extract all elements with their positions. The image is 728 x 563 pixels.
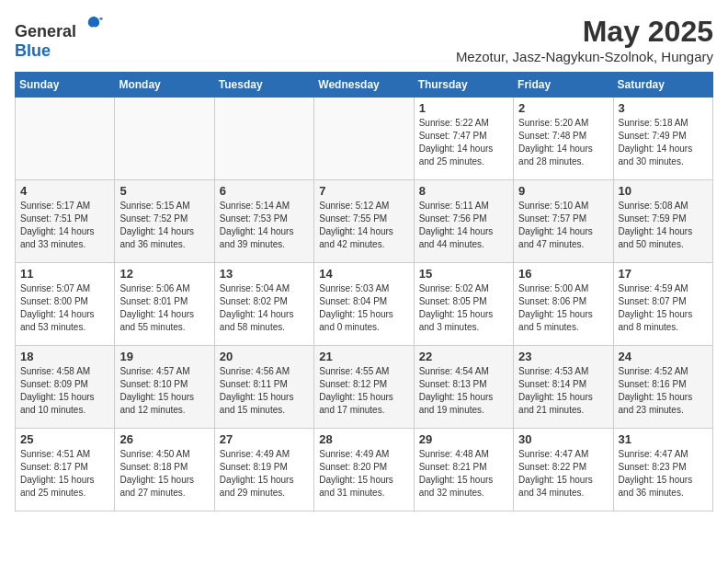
day-content: Sunrise: 5:14 AM Sunset: 7:53 PM Dayligh… (220, 200, 309, 251)
day-cell: 4Sunrise: 5:17 AM Sunset: 7:51 PM Daylig… (16, 180, 115, 263)
day-number: 2 (518, 101, 608, 115)
day-content: Sunrise: 4:50 AM Sunset: 8:18 PM Dayligh… (119, 448, 209, 500)
day-cell: 17Sunrise: 4:59 AM Sunset: 8:07 PM Dayli… (613, 263, 712, 346)
day-cell: 18Sunrise: 4:58 AM Sunset: 8:09 PM Dayli… (16, 346, 115, 429)
day-cell: 24Sunrise: 4:52 AM Sunset: 8:16 PM Dayli… (613, 346, 712, 429)
day-number: 13 (220, 267, 309, 281)
day-content: Sunrise: 5:04 AM Sunset: 8:02 PM Dayligh… (220, 282, 309, 334)
day-content: Sunrise: 5:06 AM Sunset: 8:01 PM Dayligh… (119, 282, 209, 334)
day-content: Sunrise: 5:22 AM Sunset: 7:47 PM Dayligh… (419, 117, 508, 168)
day-cell: 6Sunrise: 5:14 AM Sunset: 7:53 PM Daylig… (214, 180, 313, 263)
day-cell: 28Sunrise: 4:49 AM Sunset: 8:20 PM Dayli… (314, 429, 414, 511)
weekday-header-wednesday: Wednesday (314, 73, 414, 98)
calendar-table: SundayMondayTuesdayWednesdayThursdayFrid… (15, 72, 713, 511)
day-content: Sunrise: 4:54 AM Sunset: 8:13 PM Dayligh… (419, 365, 508, 417)
day-cell: 11Sunrise: 5:07 AM Sunset: 8:00 PM Dayli… (16, 263, 115, 346)
day-content: Sunrise: 4:48 AM Sunset: 8:21 PM Dayligh… (419, 448, 508, 500)
day-cell: 7Sunrise: 5:12 AM Sunset: 7:55 PM Daylig… (314, 180, 414, 263)
day-cell: 9Sunrise: 5:10 AM Sunset: 7:57 PM Daylig… (514, 180, 613, 263)
day-content: Sunrise: 4:58 AM Sunset: 8:09 PM Dayligh… (20, 365, 109, 417)
day-number: 7 (319, 184, 408, 198)
day-cell: 1Sunrise: 5:22 AM Sunset: 7:47 PM Daylig… (414, 98, 513, 180)
day-cell: 15Sunrise: 5:02 AM Sunset: 8:05 PM Dayli… (414, 263, 513, 346)
day-number: 27 (220, 432, 309, 446)
weekday-header-saturday: Saturday (613, 73, 712, 98)
logo-general: General (15, 22, 76, 40)
day-cell: 10Sunrise: 5:08 AM Sunset: 7:59 PM Dayli… (613, 180, 712, 263)
day-cell: 22Sunrise: 4:54 AM Sunset: 8:13 PM Dayli… (414, 346, 513, 429)
day-content: Sunrise: 4:59 AM Sunset: 8:07 PM Dayligh… (619, 282, 708, 334)
day-content: Sunrise: 5:12 AM Sunset: 7:55 PM Dayligh… (319, 200, 408, 251)
day-cell: 25Sunrise: 4:51 AM Sunset: 8:17 PM Dayli… (16, 429, 115, 511)
day-content: Sunrise: 4:56 AM Sunset: 8:11 PM Dayligh… (220, 365, 309, 417)
day-cell (16, 98, 115, 180)
day-content: Sunrise: 5:18 AM Sunset: 7:49 PM Dayligh… (619, 117, 708, 168)
day-number: 25 (20, 432, 109, 446)
weekday-header-monday: Monday (115, 73, 214, 98)
day-cell: 12Sunrise: 5:06 AM Sunset: 8:01 PM Dayli… (115, 263, 214, 346)
day-number: 8 (419, 184, 508, 198)
month-title: May 2025 (456, 15, 713, 49)
day-content: Sunrise: 5:03 AM Sunset: 8:04 PM Dayligh… (319, 282, 408, 334)
day-cell: 31Sunrise: 4:47 AM Sunset: 8:23 PM Dayli… (613, 429, 712, 511)
day-number: 31 (619, 432, 708, 446)
day-number: 19 (119, 350, 209, 363)
day-cell: 5Sunrise: 5:15 AM Sunset: 7:52 PM Daylig… (115, 180, 214, 263)
day-number: 5 (119, 184, 209, 198)
week-row-5: 25Sunrise: 4:51 AM Sunset: 8:17 PM Dayli… (16, 429, 713, 511)
day-cell: 21Sunrise: 4:55 AM Sunset: 8:12 PM Dayli… (314, 346, 414, 429)
day-content: Sunrise: 5:02 AM Sunset: 8:05 PM Dayligh… (419, 282, 508, 334)
weekday-header-tuesday: Tuesday (214, 73, 313, 98)
day-cell (314, 98, 414, 180)
day-number: 16 (518, 267, 608, 281)
day-cell: 2Sunrise: 5:20 AM Sunset: 7:48 PM Daylig… (514, 98, 613, 180)
day-content: Sunrise: 4:51 AM Sunset: 8:17 PM Dayligh… (20, 448, 109, 500)
day-content: Sunrise: 5:10 AM Sunset: 7:57 PM Dayligh… (518, 200, 608, 251)
day-cell: 30Sunrise: 4:47 AM Sunset: 8:22 PM Dayli… (514, 429, 613, 511)
header-row: SundayMondayTuesdayWednesdayThursdayFrid… (16, 73, 713, 98)
week-row-1: 1Sunrise: 5:22 AM Sunset: 7:47 PM Daylig… (16, 98, 713, 180)
week-row-2: 4Sunrise: 5:17 AM Sunset: 7:51 PM Daylig… (16, 180, 713, 263)
day-number: 21 (319, 350, 408, 363)
day-number: 26 (119, 432, 209, 446)
logo: General Blue (15, 15, 105, 61)
weekday-header-friday: Friday (514, 73, 613, 98)
week-row-3: 11Sunrise: 5:07 AM Sunset: 8:00 PM Dayli… (16, 263, 713, 346)
weekday-header-thursday: Thursday (414, 73, 513, 98)
day-content: Sunrise: 5:07 AM Sunset: 8:00 PM Dayligh… (20, 282, 109, 334)
day-cell: 26Sunrise: 4:50 AM Sunset: 8:18 PM Dayli… (115, 429, 214, 511)
day-cell (115, 98, 214, 180)
logo-blue: Blue (15, 41, 51, 60)
day-number: 30 (518, 432, 608, 446)
day-content: Sunrise: 4:49 AM Sunset: 8:19 PM Dayligh… (220, 448, 309, 500)
day-content: Sunrise: 5:15 AM Sunset: 7:52 PM Dayligh… (119, 200, 209, 251)
day-content: Sunrise: 4:57 AM Sunset: 8:10 PM Dayligh… (119, 365, 209, 417)
day-content: Sunrise: 4:47 AM Sunset: 8:23 PM Dayligh… (619, 448, 708, 500)
day-number: 28 (319, 432, 408, 446)
day-number: 11 (20, 267, 109, 281)
day-cell: 23Sunrise: 4:53 AM Sunset: 8:14 PM Dayli… (514, 346, 613, 429)
day-content: Sunrise: 5:11 AM Sunset: 7:56 PM Dayligh… (419, 200, 508, 251)
day-number: 18 (20, 350, 109, 363)
day-cell (214, 98, 313, 180)
week-row-4: 18Sunrise: 4:58 AM Sunset: 8:09 PM Dayli… (16, 346, 713, 429)
day-content: Sunrise: 4:55 AM Sunset: 8:12 PM Dayligh… (319, 365, 408, 417)
day-cell: 20Sunrise: 4:56 AM Sunset: 8:11 PM Dayli… (214, 346, 313, 429)
day-cell: 29Sunrise: 4:48 AM Sunset: 8:21 PM Dayli… (414, 429, 513, 511)
day-cell: 14Sunrise: 5:03 AM Sunset: 8:04 PM Dayli… (314, 263, 414, 346)
day-number: 6 (220, 184, 309, 198)
day-number: 20 (220, 350, 309, 363)
day-cell: 19Sunrise: 4:57 AM Sunset: 8:10 PM Dayli… (115, 346, 214, 429)
day-number: 12 (119, 267, 209, 281)
weekday-header-sunday: Sunday (16, 73, 115, 98)
logo-text: General Blue (15, 15, 105, 61)
day-number: 23 (518, 350, 608, 363)
day-number: 10 (619, 184, 708, 198)
day-number: 3 (619, 101, 708, 115)
day-content: Sunrise: 5:17 AM Sunset: 7:51 PM Dayligh… (20, 200, 109, 251)
day-content: Sunrise: 5:08 AM Sunset: 7:59 PM Dayligh… (619, 200, 708, 251)
day-cell: 16Sunrise: 5:00 AM Sunset: 8:06 PM Dayli… (514, 263, 613, 346)
day-number: 29 (419, 432, 508, 446)
day-content: Sunrise: 5:20 AM Sunset: 7:48 PM Dayligh… (518, 117, 608, 168)
location-title: Mezotur, Jasz-Nagykun-Szolnok, Hungary (456, 49, 713, 64)
